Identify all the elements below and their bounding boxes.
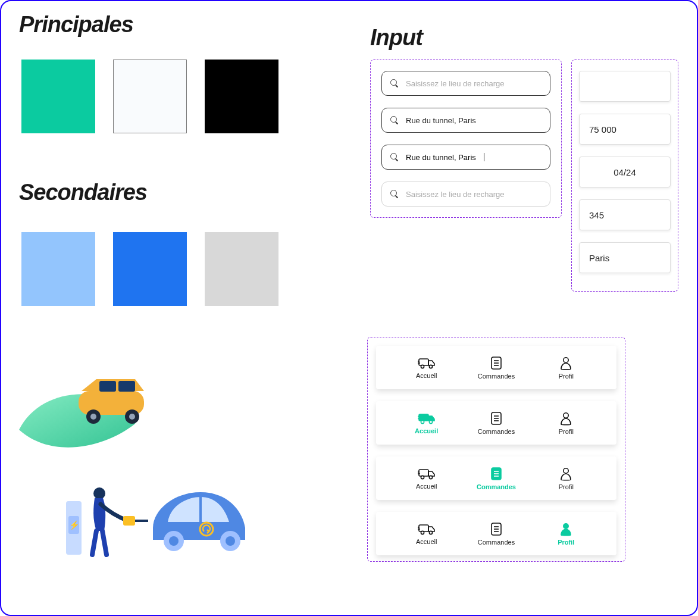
svg-point-10 [93, 487, 105, 499]
navbar-variant-2: Accueil Commandes Profil [376, 456, 616, 500]
search-field-0[interactable] [381, 71, 550, 96]
search-input-3[interactable] [406, 190, 542, 199]
search-field-1[interactable] [381, 108, 550, 133]
svg-point-27 [564, 357, 568, 362]
nav-item-commandes[interactable]: Commandes [469, 411, 523, 435]
svg-point-30 [429, 420, 432, 423]
nav-label-commandes: Commandes [478, 428, 515, 435]
nav-item-profil[interactable]: Profil [539, 522, 593, 546]
svg-point-29 [421, 420, 424, 423]
swatch-primary-0 [21, 60, 95, 133]
svg-rect-48 [419, 525, 428, 531]
nav-label-profil: Profil [559, 483, 574, 490]
svg-point-16 [226, 536, 235, 546]
svg-rect-18 [419, 359, 428, 365]
search-input-2-text: Rue du tunnel, Paris [406, 153, 476, 162]
nav-item-accueil[interactable]: Accueil [400, 357, 453, 379]
truck-icon [418, 357, 436, 370]
design-system-frame: Principales Input Secondaires Rue du tun… [0, 0, 698, 616]
search-field-2[interactable]: Rue du tunnel, Paris [381, 145, 550, 170]
svg-rect-1 [99, 381, 116, 392]
truck-icon [418, 467, 436, 480]
document-icon [490, 467, 503, 481]
svg-rect-38 [419, 470, 428, 476]
search-input-0[interactable] [406, 79, 542, 88]
swatch-secondary-2 [205, 232, 278, 306]
nav-label-profil: Profil [558, 539, 574, 546]
heading-principales: Principales [19, 12, 133, 37]
swatch-primary-2 [205, 60, 278, 133]
heading-input: Input [370, 25, 422, 51]
nav-item-accueil[interactable]: Accueil [400, 523, 453, 545]
search-icon [390, 79, 399, 87]
svg-point-47 [564, 468, 568, 473]
swatch-secondary-0 [21, 232, 95, 306]
small-input-3[interactable]: 345 [579, 199, 671, 230]
nav-item-profil[interactable]: Profil [539, 411, 593, 435]
svg-point-50 [429, 531, 432, 534]
document-icon [490, 522, 503, 536]
svg-point-49 [421, 531, 424, 534]
primary-swatch-row [21, 60, 278, 133]
nav-item-commandes[interactable]: Commandes [469, 356, 523, 380]
search-icon [390, 190, 399, 198]
svg-point-20 [429, 365, 432, 368]
search-icon [390, 116, 399, 124]
svg-point-57 [564, 523, 568, 528]
person-icon [559, 411, 572, 426]
nav-label-commandes: Commandes [478, 539, 515, 546]
secondary-swatch-row [21, 232, 278, 306]
svg-point-40 [429, 476, 432, 479]
nav-item-accueil[interactable]: Accueil [400, 412, 453, 434]
nav-label-accueil: Accueil [416, 483, 437, 490]
svg-text:⚡: ⚡ [69, 520, 80, 530]
nav-item-profil[interactable]: Profil [539, 356, 593, 380]
nav-item-profil[interactable]: Profil [539, 467, 593, 490]
person-icon [559, 467, 572, 481]
small-input-4[interactable]: Paris [579, 242, 671, 273]
nav-label-accueil: Accueil [415, 427, 438, 434]
svg-rect-11 [123, 516, 135, 526]
navbar-variant-0: Accueil Commandes Profil [376, 346, 616, 389]
small-input-2[interactable]: 04/24 [579, 157, 671, 187]
illustration-ev-charging: ⚡ [64, 480, 254, 558]
nav-label-commandes: Commandes [478, 373, 515, 380]
person-icon [559, 356, 572, 370]
swatch-primary-1 [113, 60, 187, 133]
truck-icon [418, 523, 436, 536]
illustration-green-car [16, 370, 147, 454]
svg-point-37 [564, 412, 568, 417]
search-field-3[interactable] [381, 182, 550, 207]
document-icon [490, 411, 503, 426]
nav-label-profil: Profil [559, 428, 574, 435]
small-input-0[interactable] [579, 71, 671, 102]
truck-icon [418, 412, 436, 425]
navbar-variant-1: Accueil Commandes Profil [376, 401, 616, 445]
swatch-secondary-1 [113, 232, 187, 306]
text-cursor [484, 153, 484, 161]
small-input-1[interactable]: 75 000 [579, 114, 671, 145]
navbar-variants-group: Accueil Commandes Profil Accueil Command… [367, 337, 625, 562]
svg-point-14 [169, 536, 179, 546]
nav-label-commandes: Commandes [477, 483, 516, 490]
nav-label-accueil: Accueil [416, 538, 437, 545]
document-icon [490, 356, 503, 370]
svg-point-19 [421, 365, 424, 368]
svg-rect-28 [419, 414, 428, 421]
small-inputs-group: 75 000 04/24 345 Paris [571, 60, 678, 292]
navbar-variant-3: Accueil Commandes Profil [376, 512, 616, 555]
nav-item-commandes[interactable]: Commandes [469, 522, 523, 546]
svg-point-39 [421, 476, 424, 479]
svg-rect-2 [118, 381, 135, 392]
search-icon [390, 153, 399, 161]
heading-secondaires: Secondaires [19, 180, 147, 205]
svg-point-6 [129, 414, 135, 420]
nav-label-accueil: Accueil [416, 372, 437, 379]
nav-item-accueil[interactable]: Accueil [400, 467, 453, 490]
search-input-1[interactable] [406, 116, 542, 125]
person-icon [559, 522, 572, 536]
nav-label-profil: Profil [559, 373, 574, 380]
svg-point-4 [90, 414, 96, 420]
search-inputs-group: Rue du tunnel, Paris [370, 60, 562, 218]
nav-item-commandes[interactable]: Commandes [469, 467, 523, 490]
